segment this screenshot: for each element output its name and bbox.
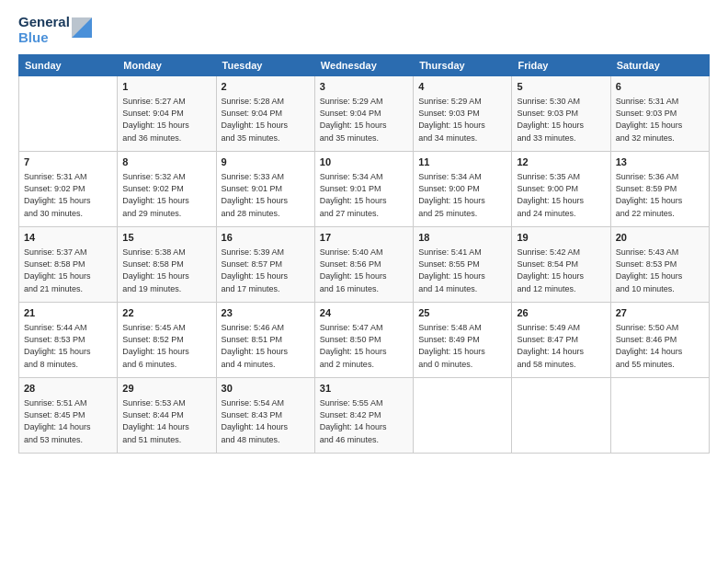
calendar-week-row: 1Sunrise: 5:27 AM Sunset: 9:04 PM Daylig… (19, 76, 710, 152)
calendar-cell: 3Sunrise: 5:29 AM Sunset: 9:04 PM Daylig… (314, 76, 413, 152)
calendar-cell: 19Sunrise: 5:42 AM Sunset: 8:54 PM Dayli… (512, 227, 610, 303)
day-info: Sunrise: 5:49 AM Sunset: 8:47 PM Dayligh… (517, 322, 605, 370)
calendar-cell: 5Sunrise: 5:30 AM Sunset: 9:03 PM Daylig… (512, 76, 610, 152)
day-number: 18 (418, 231, 506, 245)
calendar-cell (512, 378, 610, 454)
day-info: Sunrise: 5:32 AM Sunset: 9:02 PM Dayligh… (122, 171, 210, 219)
calendar-cell: 24Sunrise: 5:47 AM Sunset: 8:50 PM Dayli… (314, 303, 413, 378)
calendar-week-row: 28Sunrise: 5:51 AM Sunset: 8:45 PM Dayli… (19, 378, 710, 454)
day-info: Sunrise: 5:48 AM Sunset: 8:49 PM Dayligh… (418, 322, 506, 370)
weekday-header: Thursday (414, 55, 512, 76)
calendar-cell: 1Sunrise: 5:27 AM Sunset: 9:04 PM Daylig… (118, 76, 216, 152)
calendar-cell: 20Sunrise: 5:43 AM Sunset: 8:53 PM Dayli… (610, 227, 709, 303)
calendar-cell: 26Sunrise: 5:49 AM Sunset: 8:47 PM Dayli… (512, 303, 610, 378)
calendar-cell: 6Sunrise: 5:31 AM Sunset: 9:03 PM Daylig… (610, 76, 709, 152)
day-number: 24 (320, 306, 408, 320)
day-number: 23 (222, 306, 310, 320)
day-info: Sunrise: 5:27 AM Sunset: 9:04 PM Dayligh… (122, 96, 210, 144)
day-info: Sunrise: 5:31 AM Sunset: 9:02 PM Dayligh… (24, 171, 112, 219)
day-number: 6 (616, 80, 704, 94)
day-number: 12 (517, 155, 605, 169)
day-info: Sunrise: 5:41 AM Sunset: 8:55 PM Dayligh… (418, 247, 506, 294)
day-info: Sunrise: 5:35 AM Sunset: 9:00 PM Dayligh… (517, 171, 605, 219)
calendar-cell: 27Sunrise: 5:50 AM Sunset: 8:46 PM Dayli… (610, 303, 709, 378)
header: General Blue (18, 15, 710, 45)
day-number: 9 (222, 155, 310, 169)
day-number: 30 (222, 382, 310, 396)
day-info: Sunrise: 5:29 AM Sunset: 9:03 PM Dayligh… (418, 96, 506, 144)
day-info: Sunrise: 5:47 AM Sunset: 8:50 PM Dayligh… (320, 322, 408, 370)
calendar-cell (414, 378, 512, 454)
calendar-cell: 29Sunrise: 5:53 AM Sunset: 8:44 PM Dayli… (118, 378, 216, 454)
logo: General Blue (18, 15, 92, 45)
logo-blue: Blue (18, 30, 70, 46)
weekday-header: Monday (118, 55, 216, 76)
logo-icon (72, 17, 92, 38)
day-info: Sunrise: 5:34 AM Sunset: 9:00 PM Dayligh… (418, 171, 506, 219)
calendar-cell: 10Sunrise: 5:34 AM Sunset: 9:01 PM Dayli… (314, 152, 413, 227)
day-info: Sunrise: 5:29 AM Sunset: 9:04 PM Dayligh… (320, 96, 408, 144)
calendar-cell: 2Sunrise: 5:28 AM Sunset: 9:04 PM Daylig… (216, 76, 314, 152)
calendar-cell: 9Sunrise: 5:33 AM Sunset: 9:01 PM Daylig… (216, 152, 314, 227)
day-number: 8 (122, 155, 210, 169)
calendar-cell: 18Sunrise: 5:41 AM Sunset: 8:55 PM Dayli… (414, 227, 512, 303)
weekday-header: Saturday (610, 55, 709, 76)
day-number: 26 (517, 306, 605, 320)
calendar-cell: 16Sunrise: 5:39 AM Sunset: 8:57 PM Dayli… (216, 227, 314, 303)
day-number: 25 (418, 306, 506, 320)
day-info: Sunrise: 5:45 AM Sunset: 8:52 PM Dayligh… (122, 322, 210, 370)
weekday-header: Friday (512, 55, 610, 76)
calendar-cell: 30Sunrise: 5:54 AM Sunset: 8:43 PM Dayli… (216, 378, 314, 454)
day-info: Sunrise: 5:33 AM Sunset: 9:01 PM Dayligh… (222, 171, 310, 219)
day-number: 7 (24, 155, 112, 169)
day-info: Sunrise: 5:42 AM Sunset: 8:54 PM Dayligh… (517, 247, 605, 294)
calendar-cell: 22Sunrise: 5:45 AM Sunset: 8:52 PM Dayli… (118, 303, 216, 378)
calendar-cell: 28Sunrise: 5:51 AM Sunset: 8:45 PM Dayli… (19, 378, 118, 454)
day-info: Sunrise: 5:53 AM Sunset: 8:44 PM Dayligh… (122, 397, 210, 445)
calendar-cell: 17Sunrise: 5:40 AM Sunset: 8:56 PM Dayli… (314, 227, 413, 303)
calendar-cell: 25Sunrise: 5:48 AM Sunset: 8:49 PM Dayli… (414, 303, 512, 378)
day-info: Sunrise: 5:36 AM Sunset: 8:59 PM Dayligh… (616, 171, 704, 219)
day-number: 16 (222, 231, 310, 245)
day-number: 17 (320, 231, 408, 245)
day-number: 14 (24, 231, 112, 245)
day-info: Sunrise: 5:43 AM Sunset: 8:53 PM Dayligh… (616, 247, 704, 294)
day-info: Sunrise: 5:46 AM Sunset: 8:51 PM Dayligh… (222, 322, 310, 370)
calendar-cell: 8Sunrise: 5:32 AM Sunset: 9:02 PM Daylig… (118, 152, 216, 227)
day-number: 10 (320, 155, 408, 169)
weekday-header: Wednesday (314, 55, 413, 76)
calendar-week-row: 7Sunrise: 5:31 AM Sunset: 9:02 PM Daylig… (19, 152, 710, 227)
weekday-header: Tuesday (216, 55, 314, 76)
calendar-cell (19, 76, 118, 152)
day-info: Sunrise: 5:31 AM Sunset: 9:03 PM Dayligh… (616, 96, 704, 144)
calendar-cell: 11Sunrise: 5:34 AM Sunset: 9:00 PM Dayli… (414, 152, 512, 227)
day-number: 28 (24, 382, 112, 396)
weekday-header-row: SundayMondayTuesdayWednesdayThursdayFrid… (19, 55, 710, 76)
calendar-week-row: 14Sunrise: 5:37 AM Sunset: 8:58 PM Dayli… (19, 227, 710, 303)
day-number: 19 (517, 231, 605, 245)
day-info: Sunrise: 5:44 AM Sunset: 8:53 PM Dayligh… (24, 322, 112, 370)
calendar-week-row: 21Sunrise: 5:44 AM Sunset: 8:53 PM Dayli… (19, 303, 710, 378)
day-info: Sunrise: 5:40 AM Sunset: 8:56 PM Dayligh… (320, 247, 408, 294)
logo-general: General (18, 15, 70, 30)
day-number: 1 (122, 80, 210, 94)
day-info: Sunrise: 5:55 AM Sunset: 8:42 PM Dayligh… (320, 397, 408, 445)
day-info: Sunrise: 5:39 AM Sunset: 8:57 PM Dayligh… (222, 247, 310, 294)
day-info: Sunrise: 5:50 AM Sunset: 8:46 PM Dayligh… (616, 322, 704, 370)
day-info: Sunrise: 5:30 AM Sunset: 9:03 PM Dayligh… (517, 96, 605, 144)
day-info: Sunrise: 5:54 AM Sunset: 8:43 PM Dayligh… (222, 397, 310, 445)
day-number: 4 (418, 80, 506, 94)
calendar-cell (610, 378, 709, 454)
day-info: Sunrise: 5:37 AM Sunset: 8:58 PM Dayligh… (24, 247, 112, 294)
day-number: 3 (320, 80, 408, 94)
day-number: 20 (616, 231, 704, 245)
weekday-header: Sunday (19, 55, 118, 76)
day-number: 22 (122, 306, 210, 320)
calendar-cell: 7Sunrise: 5:31 AM Sunset: 9:02 PM Daylig… (19, 152, 118, 227)
calendar-cell: 14Sunrise: 5:37 AM Sunset: 8:58 PM Dayli… (19, 227, 118, 303)
calendar-cell: 12Sunrise: 5:35 AM Sunset: 9:00 PM Dayli… (512, 152, 610, 227)
calendar-table: SundayMondayTuesdayWednesdayThursdayFrid… (18, 54, 710, 454)
day-number: 21 (24, 306, 112, 320)
day-number: 27 (616, 306, 704, 320)
calendar-cell: 4Sunrise: 5:29 AM Sunset: 9:03 PM Daylig… (414, 76, 512, 152)
